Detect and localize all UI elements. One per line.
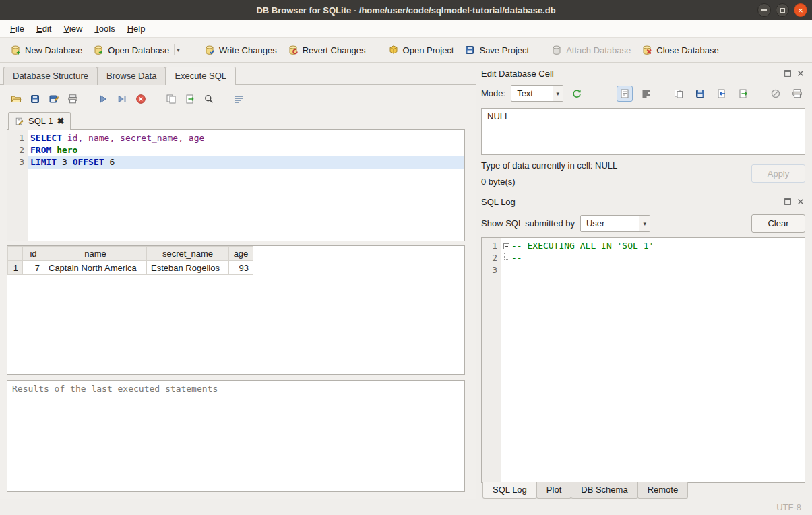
column-header-id[interactable]: id <box>23 247 44 261</box>
word-wrap-icon[interactable] <box>231 92 247 107</box>
code-line-2[interactable]: FROM hero <box>28 144 464 156</box>
statusbar: UTF-8 <box>0 499 812 515</box>
close-icon[interactable] <box>796 197 805 206</box>
edit-cell-dock-title: Edit Database Cell <box>481 65 805 82</box>
sql-tab-close-icon[interactable]: ✖ <box>57 116 64 126</box>
attach-database-button: Attach Database <box>546 41 635 59</box>
new-tab-icon[interactable] <box>163 92 179 107</box>
menu-edit[interactable]: Edit <box>30 21 57 36</box>
maximize-icon[interactable] <box>776 3 789 17</box>
set-null-icon[interactable] <box>768 86 784 102</box>
float-icon[interactable] <box>783 69 792 78</box>
print-icon[interactable] <box>789 86 805 102</box>
toolbar-separator <box>540 42 540 57</box>
sql-editor[interactable]: 1 2 3 SELECT id, name, secret_name, age … <box>7 129 465 241</box>
float-icon[interactable] <box>783 197 792 206</box>
menu-help[interactable]: Help <box>121 21 152 36</box>
new-database-button[interactable]: New Database <box>5 41 87 59</box>
save-project-label: Save Project <box>479 45 529 55</box>
open-database-button[interactable]: Open Database ▾ <box>88 41 187 59</box>
clear-button[interactable]: Clear <box>751 214 805 233</box>
sql-keyword: LIMIT <box>30 157 57 167</box>
print-icon[interactable] <box>65 92 81 107</box>
row-number: 1 <box>8 261 23 275</box>
import-icon[interactable] <box>714 86 730 102</box>
save-project-button[interactable]: Save Project <box>460 41 534 59</box>
line-number: 2 <box>482 252 497 264</box>
tab-plot[interactable]: Plot <box>536 482 571 499</box>
tab-browse-data[interactable]: Browse Data <box>97 67 166 85</box>
word-wrap-icon[interactable] <box>638 86 654 102</box>
tab-remote[interactable]: Remote <box>637 482 689 499</box>
save-sql-file-icon[interactable] <box>27 92 43 107</box>
log-text: -- EXECUTING ALL IN 'SQL 1' <box>511 240 654 252</box>
close-database-button[interactable]: Close Database <box>637 41 724 59</box>
sql-identifiers: id, name, secret_name, age <box>62 133 204 143</box>
code-line-1[interactable]: SELECT id, name, secret_name, age <box>28 132 464 144</box>
code-line-3[interactable]: LIMIT 3 OFFSET 6 <box>28 156 464 169</box>
copy-icon[interactable] <box>670 86 687 102</box>
mode-label: Mode: <box>481 88 505 98</box>
export-icon[interactable] <box>182 92 198 107</box>
open-sql-file-icon[interactable] <box>8 92 24 107</box>
open-project-button[interactable]: Open Project <box>383 41 459 59</box>
mode-select[interactable]: Text ▾ <box>511 85 563 102</box>
close-icon[interactable] <box>796 69 805 78</box>
tab-db-schema[interactable]: DB Schema <box>571 482 637 499</box>
auto-mode-icon[interactable] <box>569 86 585 102</box>
menu-tools[interactable]: Tools <box>88 21 121 36</box>
revert-changes-button[interactable]: Revert Changes <box>283 41 371 59</box>
text-doc-icon[interactable] <box>617 86 633 102</box>
left-panel: Database Structure Browse Data Execute S… <box>0 63 476 499</box>
editor-code[interactable]: SELECT id, name, secret_name, age FROM h… <box>28 130 464 241</box>
cell-secret-name[interactable]: Esteban Rogelios <box>147 261 229 275</box>
sql-tab[interactable]: SQL 1 ✖ <box>8 112 71 130</box>
results-message: Results of the last executed statements <box>7 380 465 492</box>
save-sql-as-icon[interactable] <box>46 92 62 107</box>
tab-database-structure[interactable]: Database Structure <box>3 67 98 85</box>
sql-script-icon <box>15 117 24 126</box>
cell-editor[interactable]: NULL <box>481 108 805 155</box>
submitted-by-select[interactable]: User ▾ <box>580 215 650 232</box>
export-icon[interactable] <box>735 86 751 102</box>
stop-icon[interactable] <box>133 92 149 107</box>
fold-marker-icon[interactable] <box>503 243 509 249</box>
cell-id[interactable]: 7 <box>23 261 44 275</box>
save-icon[interactable] <box>692 86 708 102</box>
mode-value: Text <box>517 88 540 98</box>
menu-file[interactable]: File <box>4 21 30 36</box>
tab-sql-log[interactable]: SQL Log <box>482 482 537 499</box>
results-grid: id name secret_name age 1 7 Captain Nort… <box>7 245 465 375</box>
new-database-icon <box>10 44 21 55</box>
minimize-icon[interactable] <box>757 3 771 17</box>
tab-execute-sql[interactable]: Execute SQL <box>165 67 236 85</box>
main-area: Database Structure Browse Data Execute S… <box>0 63 812 499</box>
find-replace-icon[interactable] <box>201 92 217 107</box>
execute-all-icon[interactable] <box>95 92 111 107</box>
column-header-secret-name[interactable]: secret_name <box>147 247 229 261</box>
close-icon[interactable]: × <box>794 3 807 17</box>
titlebar[interactable]: DB Browser for SQLite - /home/user/code/… <box>0 0 812 20</box>
chevron-down-icon: ▾ <box>639 216 650 231</box>
open-database-dropdown-icon[interactable]: ▾ <box>174 44 182 55</box>
encoding-indicator[interactable]: UTF-8 <box>776 502 801 512</box>
log-code: -- EXECUTING ALL IN 'SQL 1' -- <box>501 238 805 482</box>
cell-content: NULL <box>487 111 509 121</box>
line-number: 1 <box>482 240 497 252</box>
execute-line-icon[interactable] <box>114 92 130 107</box>
log-line-3 <box>501 264 805 276</box>
cell-name[interactable]: Captain North America <box>44 261 147 275</box>
sql-log-view[interactable]: 1 2 3 -- EXECUTING ALL IN 'SQL 1' -- <box>481 237 805 483</box>
app-window: DB Browser for SQLite - /home/user/code/… <box>0 0 812 515</box>
cell-age[interactable]: 93 <box>229 261 253 275</box>
column-header-age[interactable]: age <box>229 247 253 261</box>
sql-keyword: SELECT <box>30 133 62 143</box>
table-row[interactable]: 1 7 Captain North America Esteban Rogeli… <box>8 261 253 275</box>
apply-button[interactable]: Apply <box>751 164 805 183</box>
sql-keyword: FROM <box>30 145 51 155</box>
write-changes-button[interactable]: Write Changes <box>199 41 282 59</box>
column-header-name[interactable]: name <box>44 247 147 261</box>
toolbar-separator <box>224 93 224 105</box>
menu-view[interactable]: View <box>57 21 88 36</box>
attach-database-icon <box>551 44 562 55</box>
